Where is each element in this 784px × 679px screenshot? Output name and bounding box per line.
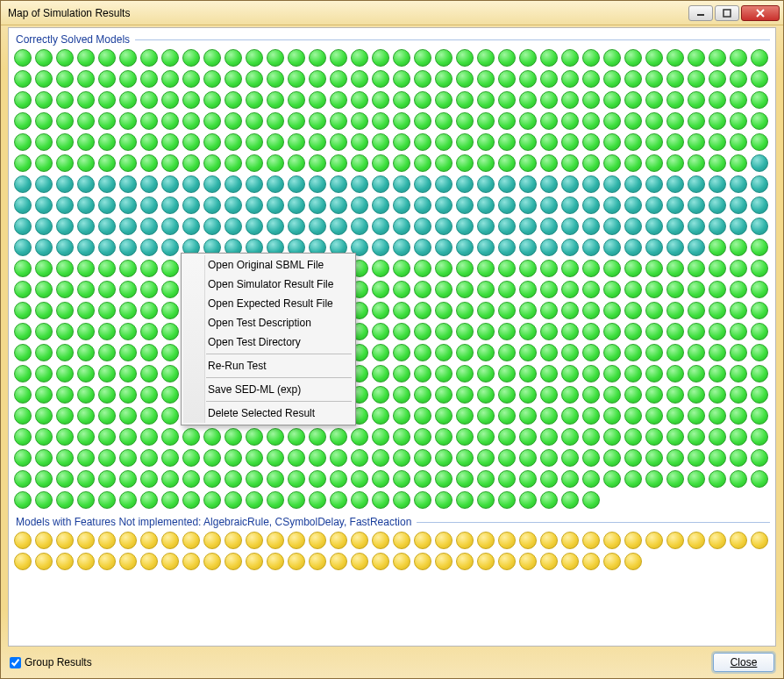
result-dot-pass[interactable] [435, 365, 453, 382]
result-dot-pass[interactable] [456, 281, 474, 298]
result-dot-pass[interactable] [14, 302, 32, 319]
result-dot-pass[interactable] [35, 491, 53, 509]
result-dot-pass[interactable] [582, 323, 600, 340]
result-dot-pass[interactable] [645, 49, 663, 67]
result-dot-pass[interactable] [709, 70, 726, 88]
result-dot-notimpl[interactable] [540, 532, 558, 549]
result-dot-teal[interactable] [161, 197, 179, 214]
result-dot-pass[interactable] [456, 428, 474, 446]
result-dot-notimpl[interactable] [372, 553, 389, 570]
result-dot-pass[interactable] [414, 133, 431, 151]
result-dot-pass[interactable] [56, 344, 74, 361]
result-dot-notimpl[interactable] [225, 532, 242, 549]
result-dot-pass[interactable] [14, 323, 32, 340]
result-dot-pass[interactable] [267, 449, 284, 467]
result-dot-pass[interactable] [14, 133, 32, 151]
result-dot-pass[interactable] [561, 260, 579, 277]
result-dot-pass[interactable] [498, 302, 516, 319]
result-dot-teal[interactable] [288, 175, 305, 193]
group-results-checkbox-wrap[interactable]: Group Results [10, 656, 92, 668]
result-dot-pass[interactable] [393, 407, 410, 425]
result-dot-pass[interactable] [14, 470, 32, 488]
minimize-button[interactable] [688, 5, 713, 21]
result-dot-notimpl[interactable] [582, 532, 600, 549]
result-dot-pass[interactable] [751, 470, 768, 488]
result-dot-pass[interactable] [225, 154, 242, 172]
result-dot-teal[interactable] [456, 218, 474, 235]
result-dot-pass[interactable] [709, 281, 726, 298]
result-dot-pass[interactable] [56, 449, 74, 467]
result-dot-pass[interactable] [624, 407, 642, 425]
result-dot-pass[interactable] [35, 428, 53, 446]
result-dot-pass[interactable] [393, 260, 410, 277]
result-dot-pass[interactable] [393, 281, 410, 298]
result-dot-teal[interactable] [267, 175, 284, 193]
result-dot-pass[interactable] [688, 407, 705, 425]
result-dot-pass[interactable] [161, 449, 179, 467]
result-dot-teal[interactable] [98, 239, 116, 256]
result-dot-pass[interactable] [77, 49, 95, 67]
result-dot-notimpl[interactable] [161, 532, 179, 549]
result-dot-pass[interactable] [35, 281, 53, 298]
result-dot-pass[interactable] [435, 428, 453, 446]
result-dot-pass[interactable] [624, 133, 642, 151]
result-dot-pass[interactable] [709, 470, 726, 488]
result-dot-pass[interactable] [309, 49, 326, 67]
result-dot-pass[interactable] [688, 386, 705, 404]
result-dot-teal[interactable] [35, 239, 53, 256]
result-dot-pass[interactable] [603, 449, 621, 467]
result-dot-pass[interactable] [140, 70, 158, 88]
result-dot-pass[interactable] [309, 428, 326, 446]
result-dot-teal[interactable] [498, 175, 516, 193]
result-dot-pass[interactable] [645, 344, 663, 361]
result-dot-pass[interactable] [56, 302, 74, 319]
result-dot-pass[interactable] [35, 260, 53, 277]
result-dot-pass[interactable] [77, 133, 95, 151]
result-dot-pass[interactable] [372, 281, 389, 298]
result-dot-pass[interactable] [477, 49, 495, 67]
result-dot-pass[interactable] [456, 323, 474, 340]
result-dot-pass[interactable] [540, 133, 558, 151]
result-dot-pass[interactable] [519, 112, 537, 130]
result-dot-pass[interactable] [267, 428, 284, 446]
result-dot-pass[interactable] [35, 407, 53, 425]
result-dot-teal[interactable] [182, 175, 200, 193]
result-dot-pass[interactable] [203, 428, 221, 446]
result-dot-pass[interactable] [477, 70, 495, 88]
result-dot-teal[interactable] [730, 218, 747, 235]
result-dot-pass[interactable] [182, 428, 200, 446]
result-dot-notimpl[interactable] [688, 532, 705, 549]
result-dot-notimpl[interactable] [709, 532, 726, 549]
result-dot-pass[interactable] [709, 428, 726, 446]
result-dot-teal[interactable] [666, 239, 684, 256]
result-dot-pass[interactable] [456, 91, 474, 109]
result-dot-teal[interactable] [540, 175, 558, 193]
result-dot-pass[interactable] [98, 281, 116, 298]
result-dot-teal[interactable] [645, 218, 663, 235]
result-dot-pass[interactable] [140, 449, 158, 467]
result-dot-pass[interactable] [666, 49, 684, 67]
result-dot-pass[interactable] [182, 49, 200, 67]
result-dot-pass[interactable] [14, 344, 32, 361]
result-dot-notimpl[interactable] [624, 553, 642, 570]
result-dot-pass[interactable] [582, 407, 600, 425]
result-dot-pass[interactable] [435, 344, 453, 361]
result-dot-pass[interactable] [688, 365, 705, 382]
result-dot-pass[interactable] [372, 91, 389, 109]
result-dot-pass[interactable] [203, 449, 221, 467]
result-dot-pass[interactable] [751, 323, 768, 340]
result-dot-pass[interactable] [372, 386, 389, 404]
result-dot-pass[interactable] [709, 112, 726, 130]
result-dot-pass[interactable] [351, 428, 368, 446]
result-dot-pass[interactable] [435, 470, 453, 488]
result-dot-pass[interactable] [498, 323, 516, 340]
result-dot-teal[interactable] [203, 175, 221, 193]
result-dot-pass[interactable] [414, 302, 431, 319]
result-dot-pass[interactable] [561, 133, 579, 151]
result-dot-pass[interactable] [519, 386, 537, 404]
result-dot-pass[interactable] [267, 470, 284, 488]
result-dot-pass[interactable] [645, 449, 663, 467]
result-dot-teal[interactable] [582, 197, 600, 214]
result-dot-pass[interactable] [98, 344, 116, 361]
result-dot-pass[interactable] [372, 344, 389, 361]
